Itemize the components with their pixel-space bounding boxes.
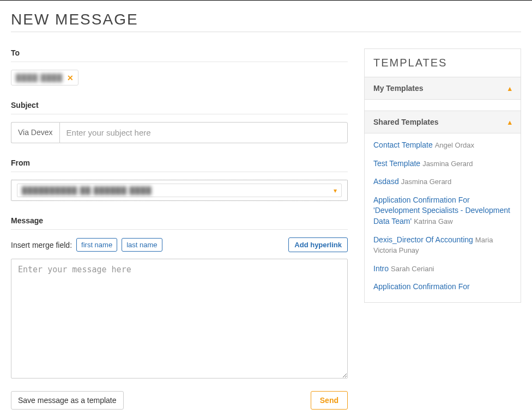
templates-panel: TEMPLATES My Templates ▴ Shared Template… — [364, 48, 521, 303]
to-label: To — [11, 48, 348, 57]
subject-divider — [11, 114, 348, 114]
add-hyperlink-button[interactable]: Add hyperlink — [288, 237, 348, 252]
template-author: Sarah Ceriani — [391, 265, 434, 273]
subject-label: Subject — [11, 101, 348, 109]
template-link[interactable]: Test Template — [373, 159, 420, 168]
close-icon[interactable]: ✕ — [67, 74, 74, 82]
message-label: Message — [11, 216, 348, 225]
template-link[interactable]: Intro — [373, 264, 389, 273]
shared-templates-list: Contact TemplateAngel Ordax Test Templat… — [365, 133, 521, 302]
template-link[interactable]: Application Confirmation For — [373, 282, 470, 291]
template-item: Dexis_Director Of AccountingMaria Victor… — [373, 235, 512, 256]
template-item: AsdasdJasmina Gerard — [373, 176, 512, 187]
chevron-up-icon: ▴ — [508, 118, 512, 126]
merge-field-label: Insert merge field: — [11, 241, 72, 249]
my-templates-header[interactable]: My Templates ▴ — [365, 77, 521, 100]
from-label: From — [11, 158, 348, 167]
template-item: Test TemplateJasmina Gerard — [373, 158, 512, 169]
save-template-button[interactable]: Save message as a template — [11, 391, 124, 410]
template-link[interactable]: Contact Template — [373, 141, 433, 149]
message-field-block: Message Insert merge field: first name l… — [11, 216, 348, 380]
page-title: NEW MESSAGE — [11, 11, 521, 28]
merge-last-name-button[interactable]: last name — [122, 238, 162, 252]
chevron-up-icon: ▴ — [508, 84, 512, 93]
message-divider — [11, 229, 348, 230]
recipient-chip[interactable]: ████ ████ ✕ — [11, 70, 78, 86]
template-item: Application Confirmation For 'Developmen… — [373, 195, 512, 227]
merge-first-name-button[interactable]: first name — [76, 238, 117, 252]
chevron-down-icon: ▾ — [334, 187, 337, 194]
compose-form: To ████ ████ ✕ Subject Via Devex — [11, 48, 348, 410]
to-chip-row[interactable]: ████ ████ ✕ — [11, 70, 348, 86]
template-item: Contact TemplateAngel Ordax — [373, 140, 512, 151]
from-divider — [11, 172, 348, 172]
my-templates-label: My Templates — [373, 84, 424, 93]
shared-templates-header[interactable]: Shared Templates ▴ — [365, 111, 521, 133]
to-field-block: To ████ ████ ✕ — [11, 48, 348, 86]
templates-panel-title: TEMPLATES — [365, 49, 521, 77]
template-link[interactable]: Dexis_Director Of Accounting — [373, 235, 473, 244]
send-button[interactable]: Send — [311, 391, 348, 410]
template-author: Jasmina Gerard — [401, 178, 451, 186]
template-author: Jasmina Gerard — [422, 160, 473, 168]
template-author: Katrina Gaw — [414, 217, 453, 225]
template-author: Angel Ordax — [435, 141, 474, 149]
template-link[interactable]: Asdasd — [373, 177, 399, 186]
title-divider — [11, 32, 521, 32]
shared-templates-label: Shared Templates — [373, 118, 439, 126]
from-selected-value: ██████████ ██ ██████ ████ — [22, 186, 152, 194]
from-select[interactable]: ██████████ ██ ██████ ████ ▾ — [11, 180, 348, 201]
subject-field-block: Subject Via Devex — [11, 101, 348, 143]
template-item: IntroSarah Ceriani — [373, 264, 512, 274]
from-field-block: From ██████████ ██ ██████ ████ ▾ — [11, 158, 348, 201]
message-textarea[interactable] — [11, 259, 348, 379]
subject-input[interactable] — [59, 122, 348, 143]
recipient-chip-text: ████ ████ — [16, 74, 63, 82]
subject-prefix: Via Devex — [11, 122, 59, 143]
to-divider — [11, 62, 348, 62]
template-item: Application Confirmation For — [373, 282, 512, 292]
